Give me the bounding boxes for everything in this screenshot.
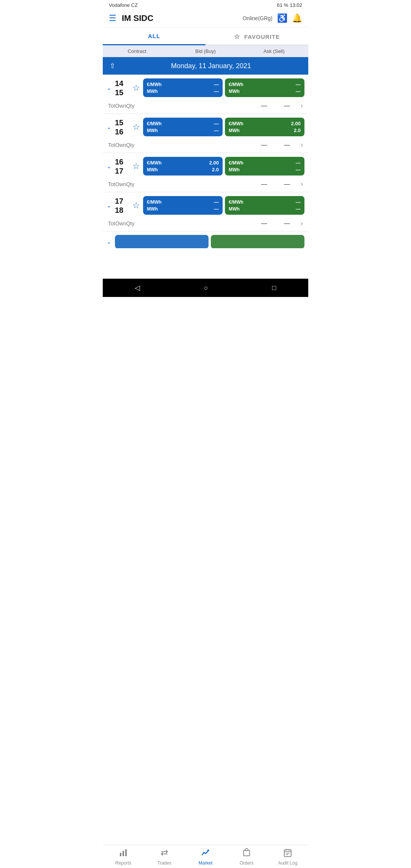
ask-price-val-15-16: 2.00: [291, 121, 301, 126]
tot-val2-16-17: —: [276, 181, 298, 188]
tot-val2-15-16: —: [276, 142, 298, 148]
bid-price-val-17-18: —: [214, 199, 219, 205]
content-area: ⇧ Monday, 11 January, 2021 ⌄ 14 15 ☆ €/M…: [103, 57, 308, 279]
ask-qty-label-15-16: MWh: [229, 128, 240, 133]
hours-14-15: 14 15: [115, 79, 129, 97]
bid-qty-label-16-17: MWh: [147, 167, 158, 172]
contract-row-15-16: ⌄ 15 16 ☆ €/MWh — MWh — €/MWh 2.00: [103, 114, 308, 153]
android-bar: ◁ ○ □: [103, 279, 308, 297]
chevron-cutoff: ⌄: [107, 238, 115, 245]
chevron-15-16[interactable]: ⌄: [107, 124, 115, 131]
ask-qty-val-15-16: 2.0: [294, 128, 301, 133]
bid-price-label-17-18: €/MWh: [147, 199, 162, 205]
date-chevron-icon: ⇧: [110, 62, 115, 70]
favourite-star-icon: ☆: [234, 33, 240, 40]
bid-price-label-14-15: €/MWh: [147, 82, 162, 87]
hours-17-18: 17 18: [115, 196, 129, 215]
tot-label-17-18: TotOwnQty: [108, 220, 253, 227]
bid-price-label-15-16: €/MWh: [147, 121, 162, 126]
date-header[interactable]: ⇧ Monday, 11 January, 2021: [103, 57, 308, 75]
bid-price-val-16-17: 2.00: [209, 160, 219, 166]
tab-favourite[interactable]: ☆ FAVOURITE: [206, 27, 308, 45]
ask-qty-label-17-18: MWh: [229, 206, 240, 212]
contract-main-14-15: ⌄ 14 15 ☆ €/MWh — MWh — €/MWh —: [103, 75, 308, 99]
ask-price-label-17-18: €/MWh: [229, 199, 244, 205]
tot-own-15-16: TotOwnQty — — ›: [103, 139, 308, 153]
tot-arrow-16-17[interactable]: ›: [301, 180, 303, 188]
hours-15-16: 15 16: [115, 118, 129, 136]
ask-box-14-15[interactable]: €/MWh — MWh —: [225, 78, 304, 97]
bid-box-17-18[interactable]: €/MWh — MWh —: [143, 196, 223, 215]
ask-box-16-17[interactable]: €/MWh — MWh —: [225, 157, 304, 176]
contract-row-17-18: ⌄ 17 18 ☆ €/MWh — MWh — €/MWh —: [103, 192, 308, 231]
col-contract: Contract: [103, 48, 171, 54]
star-17-18[interactable]: ☆: [132, 201, 140, 211]
contract-main-15-16: ⌄ 15 16 ☆ €/MWh — MWh — €/MWh 2.00: [103, 114, 308, 139]
top-nav: ☰ IM SIDC Online(GRg) ♿ 🔔: [103, 10, 308, 27]
ask-box-17-18[interactable]: €/MWh — MWh —: [225, 196, 304, 215]
contract-row-16-17: ⌄ 16 17 ☆ €/MWh 2.00 MWh 2.0 €/MWh —: [103, 153, 308, 192]
tot-val2-17-18: —: [276, 220, 298, 227]
bid-box-16-17[interactable]: €/MWh 2.00 MWh 2.0: [143, 157, 223, 176]
star-16-17[interactable]: ☆: [132, 161, 140, 171]
back-button[interactable]: ◁: [135, 284, 140, 292]
status-bar: Vodafone CZ 61 % 13:02: [103, 0, 308, 10]
tot-own-17-18: TotOwnQty — — ›: [103, 217, 308, 231]
tot-val1-14-15: —: [253, 102, 276, 109]
tab-all-label: ALL: [148, 33, 160, 39]
bid-qty-val-17-18: —: [214, 206, 219, 212]
chevron-16-17[interactable]: ⌄: [107, 163, 115, 170]
bid-qty-label-15-16: MWh: [147, 128, 158, 133]
battery-text: 61 %: [277, 2, 288, 8]
star-14-15[interactable]: ☆: [132, 83, 140, 93]
ask-box-15-16[interactable]: €/MWh 2.00 MWh 2.0: [225, 118, 304, 136]
chevron-14-15[interactable]: ⌄: [107, 85, 115, 91]
tot-val1-15-16: —: [253, 142, 276, 148]
col-headers: Contract Bid (Buy) Ask (Sell): [103, 45, 308, 57]
ask-price-label-15-16: €/MWh: [229, 121, 244, 126]
bid-qty-val-16-17: 2.0: [212, 167, 219, 172]
ask-qty-label-16-17: MWh: [229, 167, 240, 172]
bid-price-label-16-17: €/MWh: [147, 160, 162, 166]
home-button[interactable]: ○: [204, 284, 208, 292]
bid-box-14-15[interactable]: €/MWh — MWh —: [143, 78, 223, 97]
chevron-17-18[interactable]: ⌄: [107, 202, 115, 209]
ask-qty-label-14-15: MWh: [229, 89, 240, 94]
tot-arrow-17-18[interactable]: ›: [301, 219, 303, 227]
ask-qty-val-17-18: —: [296, 206, 301, 212]
partial-row-cutoff: ⌄: [103, 231, 308, 248]
bid-qty-label-17-18: MWh: [147, 206, 158, 212]
tot-val2-14-15: —: [276, 102, 298, 109]
ask-price-val-16-17: —: [296, 160, 301, 166]
tot-label-15-16: TotOwnQty: [108, 142, 253, 148]
tot-arrow-15-16[interactable]: ›: [301, 141, 303, 149]
contract-row-14-15: ⌄ 14 15 ☆ €/MWh — MWh — €/MWh —: [103, 75, 308, 114]
star-15-16[interactable]: ☆: [132, 122, 140, 132]
tot-label-14-15: TotOwnQty: [108, 103, 253, 109]
ask-price-val-14-15: —: [296, 81, 301, 87]
col-ask: Ask (Sell): [240, 48, 308, 54]
time-text: 13:02: [290, 2, 302, 8]
contract-main-17-18: ⌄ 17 18 ☆ €/MWh — MWh — €/MWh —: [103, 192, 308, 217]
bell-icon[interactable]: 🔔: [292, 13, 302, 23]
tot-val1-17-18: —: [253, 220, 276, 227]
status-right: 61 % 13:02: [277, 2, 302, 8]
bid-qty-label-14-15: MWh: [147, 89, 158, 94]
tot-val1-16-17: —: [253, 181, 276, 188]
refresh-icon[interactable]: ♿: [277, 13, 287, 23]
date-text: Monday, 11 January, 2021: [121, 62, 301, 70]
bid-price-val-15-16: —: [214, 121, 219, 126]
ask-qty-val-16-17: —: [296, 167, 301, 172]
tabs-container: ALL ☆ FAVOURITE: [103, 27, 308, 45]
tot-own-16-17: TotOwnQty — — ›: [103, 178, 308, 192]
tab-favourite-label: FAVOURITE: [244, 34, 280, 40]
tab-all[interactable]: ALL: [103, 27, 206, 45]
carrier-text: Vodafone CZ: [109, 2, 138, 8]
ask-price-label-16-17: €/MWh: [229, 160, 244, 166]
tot-own-14-15: TotOwnQty — — ›: [103, 99, 308, 113]
bid-box-15-16[interactable]: €/MWh — MWh —: [143, 118, 223, 136]
recents-button[interactable]: □: [272, 284, 276, 292]
tot-arrow-14-15[interactable]: ›: [301, 102, 303, 110]
ask-qty-val-14-15: —: [296, 88, 301, 94]
hamburger-icon[interactable]: ☰: [109, 14, 116, 22]
